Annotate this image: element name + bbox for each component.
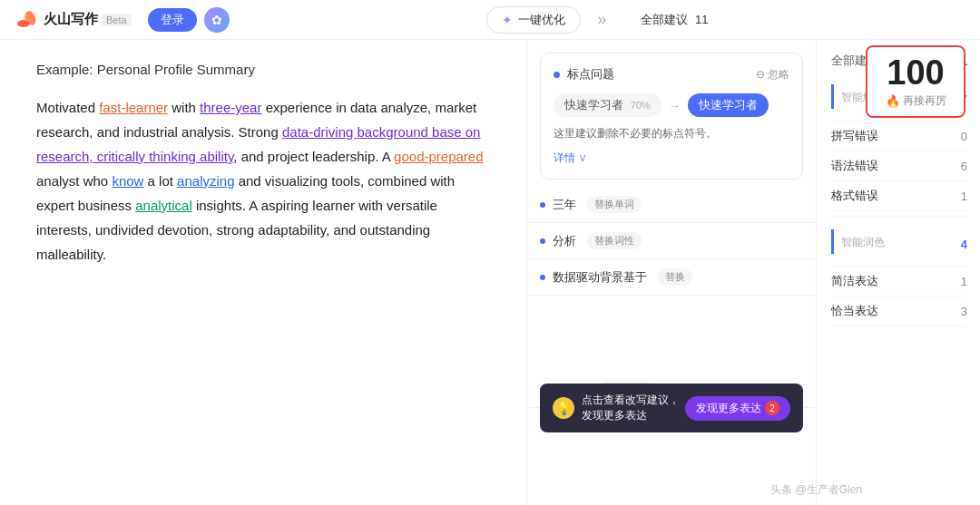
item-dot-2 [540, 238, 545, 244]
logo-text: 火山写作 [44, 11, 98, 28]
highlight-fast-learner[interactable]: fast-learner [99, 100, 168, 115]
score-label: 🔥 再接再厉 [886, 93, 946, 109]
login-button[interactable]: 登录 [148, 8, 197, 32]
arrow-icon: → [669, 99, 681, 112]
editor-body[interactable]: Motivated fast-learner with three-year e… [36, 95, 490, 267]
right-label-4: 智能润色 [831, 229, 885, 254]
small-items-section: 三年 替换单词 分析 替换词性 数据驱动背景基于 替换 [527, 180, 816, 368]
right-item-5[interactable]: 简洁表达 1 [831, 267, 967, 296]
item-dot-1 [540, 202, 545, 208]
right-label-1: 拼写错误 [831, 128, 878, 144]
beta-badge: Beta [102, 14, 132, 26]
suggestion-options: 快速学习者 70% → 快速学习者 [554, 93, 789, 117]
highlight-three-year[interactable]: three-year [200, 100, 261, 115]
logo-icon [15, 7, 40, 33]
item-tag-3: 替换 [658, 268, 692, 286]
suggestion-item-3[interactable]: 数据驱动背景基于 替换 [527, 259, 816, 296]
right-label-2: 语法错误 [831, 158, 878, 174]
right-item-3[interactable]: 格式错误 1 [831, 181, 967, 211]
right-count-2: 6 [961, 160, 967, 173]
right-item-1[interactable]: 拼写错误 0 [831, 121, 967, 151]
right-label-5: 简洁表达 [831, 273, 878, 289]
right-item-6[interactable]: 恰当表达 3 [831, 296, 967, 326]
card-header: 标点问题 ⊖ 忽略 [554, 66, 789, 83]
nav-center: ✦ 一键优化 » 全部建议 11 [230, 6, 965, 34]
right-item-2[interactable]: 语法错误 6 [831, 151, 967, 181]
right-label-3: 格式错误 [831, 188, 878, 204]
right-divider [831, 217, 967, 218]
main-content: Example: Personal Profile Summary Motiva… [0, 40, 980, 505]
tooltip-left: 💡 点击查看改写建议，发现更多表达 [553, 393, 685, 423]
right-count-5: 1 [961, 275, 967, 288]
item-tag-2: 替换词性 [587, 232, 642, 249]
suggestion-card: 标点问题 ⊖ 忽略 快速学习者 70% → 快速学习者 这里建议删除不必要的标点… [540, 53, 803, 180]
card-type: 标点问题 [567, 66, 614, 83]
editor-title: Example: Personal Profile Summary [36, 62, 490, 77]
score-box: 100 🔥 再接再厉 [866, 45, 965, 118]
highlight-analytical[interactable]: analytical [135, 198, 192, 213]
bulb-icon: 💡 [553, 397, 574, 419]
item-tag-1: 替换单词 [587, 196, 642, 213]
right-count-1: 0 [961, 130, 967, 143]
middle-panel: 标点问题 ⊖ 忽略 快速学习者 70% → 快速学习者 这里建议删除不必要的标点… [526, 40, 817, 505]
right-count-3: 1 [961, 189, 967, 203]
optimize-button[interactable]: ✦ 一键优化 [486, 6, 581, 34]
tooltip-badge: 2 [765, 401, 779, 415]
score-tag: 70% [631, 100, 651, 111]
tooltip-text: 点击查看改写建议，发现更多表达 [582, 393, 685, 423]
detail-button[interactable]: 详情 ∨ [554, 151, 789, 166]
item-label-2: 分析 [553, 233, 576, 249]
item-label-1: 三年 [553, 197, 576, 213]
item-dot-3 [540, 275, 545, 280]
card-description: 这里建议删除不必要的标点符号。 [554, 126, 789, 141]
score-emoji: 🔥 [886, 94, 900, 108]
right-item-4[interactable]: 智能润色 4 [831, 223, 967, 267]
editor-area: Example: Personal Profile Summary Motiva… [0, 40, 526, 505]
avatar: ✿ [204, 7, 230, 33]
highlight-analyzing[interactable]: analyzing [177, 173, 234, 189]
tooltip-banner: 💡 点击查看改写建议，发现更多表达 发现更多表达 2 [540, 384, 803, 432]
right-label-6: 恰当表达 [831, 303, 878, 319]
navbar: 火山写作 Beta 登录 ✿ ✦ 一键优化 » 全部建议 11 [0, 0, 980, 40]
right-count-4: 4 [961, 238, 967, 251]
nav-logo: 火山写作 Beta [15, 7, 141, 33]
ignore-button[interactable]: ⊖ 忽略 [756, 67, 789, 83]
highlight-know[interactable]: know [112, 173, 143, 189]
suggestion-item-1[interactable]: 三年 替换单词 [527, 187, 816, 223]
watermark: 头条 @生产者Glen [770, 482, 862, 498]
suggestion-item-2[interactable]: 分析 替换词性 [527, 223, 816, 259]
score-text: 再接再厉 [903, 93, 946, 109]
discover-more-button[interactable]: 发现更多表达 2 [685, 396, 790, 421]
original-word: 快速学习者 70% [554, 93, 662, 117]
right-count-6: 3 [961, 305, 967, 318]
more-button[interactable]: » [592, 10, 612, 29]
replacement-word[interactable]: 快速学习者 [688, 93, 769, 117]
suggestions-label: 全部建议 11 [637, 12, 708, 28]
highlight-good-prepared[interactable]: good-prepared [394, 149, 483, 164]
card-dot [554, 72, 560, 78]
optimize-icon: ✦ [502, 13, 513, 27]
item-label-3: 数据驱动背景基于 [553, 269, 647, 286]
tooltip-btn-label: 发现更多表达 [696, 401, 761, 416]
score-number: 100 [887, 54, 944, 92]
optimize-label: 一键优化 [518, 12, 565, 28]
